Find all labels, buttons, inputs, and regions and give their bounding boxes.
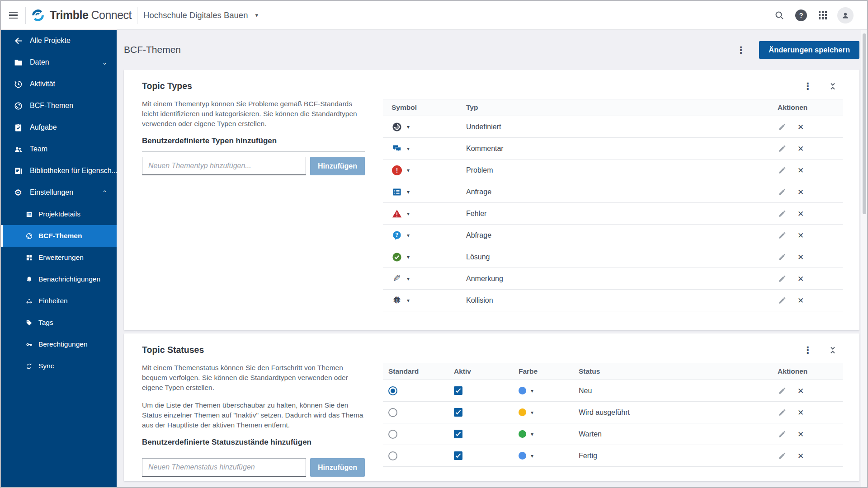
chevron-down-icon[interactable]: ▾ <box>407 276 410 282</box>
active-checkbox[interactable] <box>454 408 462 417</box>
collapse-icon[interactable] <box>829 346 837 354</box>
delete-icon[interactable]: ✕ <box>797 144 804 153</box>
sidebar-item-tags[interactable]: Tags <box>1 312 117 333</box>
delete-icon[interactable]: ✕ <box>797 430 804 439</box>
sidebar-item-erweiterungen[interactable]: Erweiterungen <box>1 247 117 268</box>
chevron-down-icon[interactable]: ▾ <box>531 388 533 394</box>
scrollbar-thumb[interactable] <box>863 33 866 214</box>
sidebar-item-sync[interactable]: Sync <box>1 355 117 377</box>
edit-icon[interactable] <box>778 451 787 460</box>
chevron-down-icon[interactable]: ▾ <box>407 232 410 239</box>
chevron-down-icon[interactable]: ▾ <box>407 297 410 304</box>
folder-icon <box>13 57 23 67</box>
edit-icon[interactable] <box>778 296 787 305</box>
active-checkbox[interactable] <box>454 451 462 460</box>
sidebar-item-aufgabe[interactable]: Aufgabe <box>1 117 117 138</box>
new-topic-type-input[interactable] <box>142 157 306 175</box>
delete-icon[interactable]: ✕ <box>797 296 804 305</box>
user-avatar[interactable] <box>837 7 854 23</box>
edit-icon[interactable] <box>778 166 787 175</box>
gear-icon: ⚙ <box>13 188 23 197</box>
standard-radio[interactable] <box>388 386 397 395</box>
chevron-down-icon[interactable]: ▾ <box>531 409 533 416</box>
sidebar-item-projektdetails[interactable]: Projektdetails <box>1 203 117 225</box>
sidebar-item-label: Aufgabe <box>30 123 57 131</box>
add-topic-type-button[interactable]: Hinzufügen <box>310 157 365 175</box>
chevron-down-icon[interactable]: ▾ <box>407 254 410 260</box>
delete-icon[interactable]: ✕ <box>797 274 804 283</box>
save-changes-button[interactable]: Änderungen speichern <box>759 41 859 59</box>
sidebar-item-aktivitaet[interactable]: Aktivität <box>1 73 117 95</box>
sidebar-item-daten[interactable]: Daten⌄ <box>1 52 117 73</box>
sidebar-item-bibliotheken[interactable]: Bibliotheken für Eigensch... <box>1 160 117 182</box>
card-more-options-icon[interactable]: ⋮ <box>801 80 814 93</box>
topic-types-table: Symbol Typ Aktionen ▾Undefiniert✕▾Kommen… <box>383 99 843 311</box>
hamburger-menu-icon[interactable] <box>1 1 25 30</box>
chevron-down-icon[interactable]: ▾ <box>407 189 410 195</box>
sidebar-item-label: Bibliotheken für Eigensch... <box>30 167 118 175</box>
sidebar-item-einheiten[interactable]: Einheiten <box>1 290 117 312</box>
topic-type-label: Problem <box>466 166 493 174</box>
page-more-options-icon[interactable]: ⋮ <box>734 43 747 56</box>
new-topic-status-input[interactable] <box>142 458 306 477</box>
edit-icon[interactable] <box>778 188 787 197</box>
edit-icon[interactable] <box>778 122 787 131</box>
chevron-down-icon[interactable]: ▾ <box>407 145 410 152</box>
edit-icon[interactable] <box>778 430 787 439</box>
topic-statuses-title: Topic Statuses <box>142 345 204 355</box>
sidebar-item-bcf-themen[interactable]: BCF-Themen <box>1 95 117 117</box>
topic-type-row: ?▾Abfrage✕ <box>383 225 843 246</box>
sidebar-item-team[interactable]: Team <box>1 138 117 160</box>
app-window: Trimble Connect Hochschule Digitales Bau… <box>0 0 868 488</box>
edit-icon[interactable] <box>778 274 787 283</box>
help-icon[interactable]: ? <box>794 8 808 23</box>
sidebar-item-alle-projekte[interactable]: Alle Projekte <box>1 30 117 52</box>
edit-icon[interactable] <box>778 144 787 153</box>
edit-icon[interactable] <box>778 386 787 395</box>
card-more-options-icon[interactable]: ⋮ <box>801 343 814 357</box>
chevron-down-icon[interactable]: ▾ <box>407 211 410 217</box>
topic-statuses-description-2: Um die Liste der Themen überschaubar zu … <box>142 400 365 430</box>
active-checkbox[interactable] <box>454 430 462 438</box>
standard-radio[interactable] <box>388 408 397 417</box>
sidebar-item-berechtigungen[interactable]: Berechtigungen <box>1 333 117 355</box>
chevron-down-icon[interactable]: ▾ <box>407 124 410 130</box>
delete-icon[interactable]: ✕ <box>797 166 804 175</box>
delete-icon[interactable]: ✕ <box>797 253 804 262</box>
search-icon[interactable] <box>772 8 787 23</box>
delete-icon[interactable]: ✕ <box>797 122 804 131</box>
edit-icon[interactable] <box>778 253 787 262</box>
add-topic-status-button[interactable]: Hinzufügen <box>310 458 365 477</box>
standard-radio[interactable] <box>388 451 397 460</box>
active-checkbox[interactable] <box>454 386 462 395</box>
sidebar-item-label: Einstellungen <box>30 188 73 197</box>
vertical-scrollbar[interactable] <box>861 30 867 487</box>
apps-grid-icon[interactable] <box>816 8 830 23</box>
chevron-down-icon[interactable]: ▾ <box>531 431 533 437</box>
topic-type-label: Undefiniert <box>466 123 501 131</box>
topic-statuses-description-1: Mit einem Themenstatus können Sie den Fo… <box>142 363 365 393</box>
trimble-connect-logo: Trimble Connect <box>30 8 132 23</box>
topic-types-title: Topic Types <box>142 81 192 91</box>
edit-icon[interactable] <box>778 209 787 218</box>
project-selector[interactable]: Hochschule Digitales Bauen ▾ <box>143 10 258 20</box>
chevron-down-icon[interactable]: ▾ <box>407 167 410 174</box>
delete-icon[interactable]: ✕ <box>797 451 804 460</box>
edit-icon[interactable] <box>778 231 787 240</box>
status-label: Wird ausgeführt <box>579 408 630 417</box>
sidebar-item-label: Einheiten <box>38 297 68 305</box>
edit-icon[interactable] <box>778 408 787 417</box>
chevron-down-icon[interactable]: ▾ <box>531 453 533 459</box>
delete-icon[interactable]: ✕ <box>797 209 804 218</box>
sidebar-item-benachrichtigungen[interactable]: Benachrichtigungen <box>1 268 117 290</box>
sidebar-item-einstellungen[interactable]: ⚙Einstellungen⌃ <box>1 182 117 203</box>
delete-icon[interactable]: ✕ <box>797 231 804 240</box>
delete-icon[interactable]: ✕ <box>797 188 804 197</box>
topic-type-row: ✎▾Anmerkung✕ <box>383 268 843 290</box>
collapse-icon[interactable] <box>829 82 837 90</box>
delete-icon[interactable]: ✕ <box>797 386 804 395</box>
delete-icon[interactable]: ✕ <box>797 408 804 417</box>
column-header-farbe: Farbe <box>513 367 579 375</box>
sidebar-item-bcf-themen-settings[interactable]: BCF-Themen <box>1 225 117 247</box>
standard-radio[interactable] <box>388 430 397 439</box>
